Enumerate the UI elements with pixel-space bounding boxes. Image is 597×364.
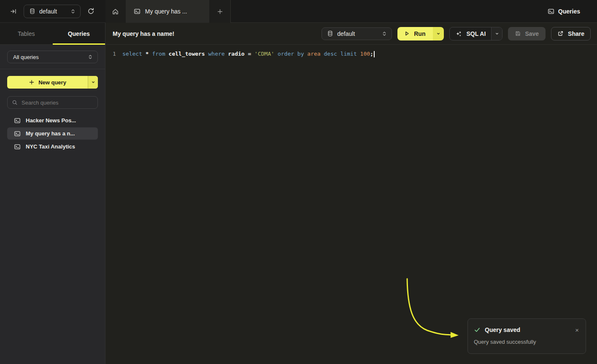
home-tab[interactable] [105, 0, 126, 23]
editor-database-value: default [337, 30, 378, 37]
toast-header: Query saved × [474, 326, 580, 333]
tab-tables[interactable]: Tables [0, 23, 53, 44]
run-button[interactable]: Run [397, 27, 433, 40]
new-tab-button[interactable] [209, 0, 230, 23]
sidebar-tabs: Tables Queries [0, 23, 105, 45]
toast-query-saved: Query saved × Query saved successfully [467, 318, 586, 354]
sql-editor[interactable]: 1 select * from cell_towers where radio … [105, 45, 597, 58]
share-label: Share [568, 30, 584, 37]
sql-ai-button-group: SQL AI [449, 27, 502, 40]
sidebar-divider [0, 69, 105, 69]
sql-ai-label: SQL AI [466, 30, 486, 37]
sql-token: area [307, 51, 324, 57]
query-list-item-hacker-news[interactable]: Hacker News Pos... [7, 114, 98, 127]
sql-token: from [152, 51, 168, 57]
tab-label: My query has ... [145, 8, 187, 15]
query-terminal-icon [14, 143, 21, 150]
sql-token: radio [228, 51, 248, 57]
chevron-up-down-icon [87, 54, 93, 60]
top-bar: default [0, 0, 597, 23]
query-terminal-icon [14, 130, 21, 137]
query-item-label: My query has a n... [26, 130, 75, 137]
query-filter-dropdown[interactable]: All queries [7, 51, 98, 63]
search-queries-box [7, 96, 98, 109]
refresh-button[interactable] [87, 8, 95, 15]
sql-token: order by [278, 51, 307, 57]
sql-token: 'CDMA' [254, 51, 278, 57]
sql-ai-caret[interactable] [491, 27, 502, 40]
ai-sparkles-icon [455, 30, 462, 37]
play-icon [404, 30, 410, 37]
sql-token: cell_towers [169, 51, 208, 57]
home-icon [112, 8, 119, 15]
sidebar-body: All queries New query [0, 45, 105, 153]
chevron-down-icon [494, 31, 500, 36]
query-item-label: Hacker News Pos... [26, 117, 76, 124]
sidebar: Tables Queries All queries New query [0, 23, 105, 364]
sql-ai-button[interactable]: SQL AI [450, 27, 491, 40]
sql-token: 100 [360, 51, 370, 57]
sql-token: = [248, 51, 254, 57]
query-list-item-my-query[interactable]: My query has a n... [7, 127, 98, 140]
sql-code: select * from cell_towers where radio = … [122, 50, 375, 58]
sql-token: limit [340, 51, 360, 57]
database-icon [327, 30, 333, 37]
sql-token: desc [324, 51, 340, 57]
sql-token: select [122, 51, 146, 57]
refresh-icon [87, 8, 95, 15]
sql-token: ; [370, 51, 373, 57]
run-button-group: Run [397, 27, 444, 40]
topbar-queries-link[interactable]: Queries [548, 8, 580, 15]
toast-message: Query saved successfully [474, 339, 580, 345]
query-filter-value: All queries [13, 54, 39, 60]
tab-queries[interactable]: Queries [53, 23, 105, 44]
new-query-button[interactable]: New query [7, 76, 98, 89]
text-cursor [374, 51, 375, 57]
search-queries-input[interactable] [22, 100, 96, 106]
run-label: Run [414, 30, 425, 37]
sidebar-collapse-button[interactable] [10, 8, 17, 15]
topbar-database-selector[interactable]: default [24, 5, 81, 18]
query-terminal-icon [134, 8, 140, 15]
editor-header-controls: default Run [321, 27, 591, 40]
save-button[interactable]: Save [508, 27, 546, 40]
query-list-item-nyc-taxi[interactable]: NYC Taxi Analytics [7, 140, 98, 153]
editor-database-selector[interactable]: default [321, 27, 392, 40]
run-options-caret[interactable] [433, 27, 444, 40]
new-query-label: New query [38, 79, 66, 86]
code-line-1[interactable]: 1 select * from cell_towers where radio … [105, 50, 597, 58]
tab-strip: My query has ... [105, 0, 231, 23]
queries-terminal-icon [548, 8, 554, 15]
toast-title: Query saved [485, 326, 520, 333]
save-floppy-icon [515, 30, 521, 37]
sql-token: where [208, 51, 228, 57]
new-query-main[interactable]: New query [7, 76, 88, 89]
active-tab-underline [53, 43, 105, 45]
database-icon [29, 8, 35, 14]
collapse-sidebar-icon [10, 8, 17, 15]
query-item-label: NYC Taxi Analytics [26, 143, 75, 150]
share-button[interactable]: Share [551, 27, 591, 40]
plus-icon [29, 79, 35, 85]
tab-my-query[interactable]: My query has ... [126, 0, 209, 23]
chevron-down-icon [436, 31, 441, 36]
query-list: Hacker News Pos... My query has a n... [7, 114, 98, 153]
save-label: Save [525, 30, 539, 37]
main-panel: My query has a name! default [105, 23, 597, 364]
search-icon [12, 100, 18, 105]
plus-icon [217, 8, 223, 15]
toast-close-button[interactable]: × [574, 327, 580, 333]
top-bar-left: default [0, 5, 105, 18]
editor-header: My query has a name! default [105, 23, 597, 45]
line-number: 1 [113, 50, 119, 58]
queries-label: Queries [558, 8, 580, 15]
success-check-icon [474, 326, 481, 333]
chevron-up-down-icon [381, 31, 387, 37]
new-query-dropdown-caret[interactable] [88, 76, 98, 89]
annotation-arrow [105, 23, 597, 364]
query-terminal-icon [14, 117, 21, 124]
sql-token: * [146, 51, 152, 57]
topbar-database-value: default [39, 8, 66, 15]
chevron-up-down-icon [70, 8, 76, 14]
share-icon [557, 30, 564, 37]
